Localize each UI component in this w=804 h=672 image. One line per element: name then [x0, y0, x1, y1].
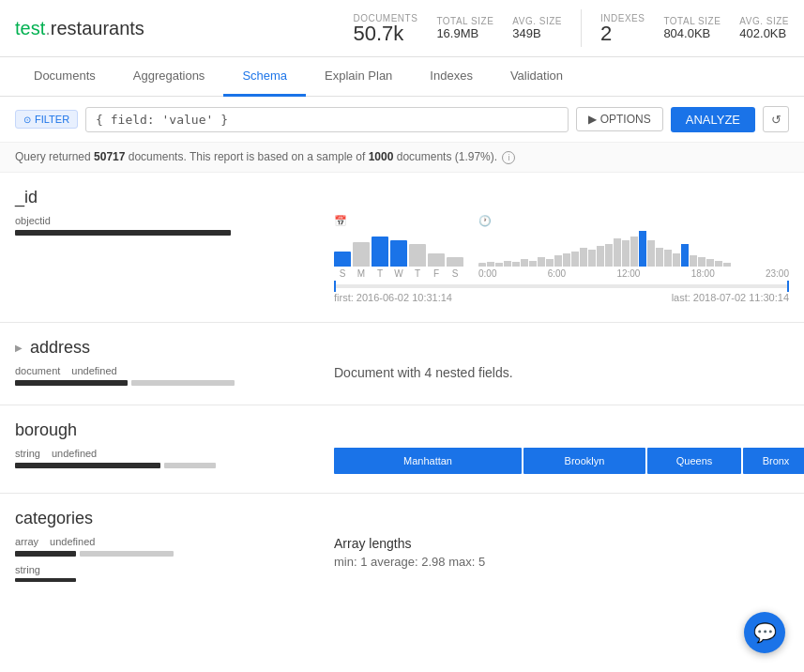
tbar — [614, 238, 621, 267]
tbar — [504, 261, 511, 267]
date-last: last: 2018-07-02 11:30:14 — [672, 292, 789, 303]
tbar — [580, 248, 587, 267]
field-expand-icon[interactable]: ▶ — [15, 343, 30, 353]
refresh-button[interactable]: ↺ — [763, 106, 789, 132]
options-button[interactable]: ▶ OPTIONS — [576, 107, 663, 131]
tbar — [529, 261, 537, 267]
borough-queens[interactable]: Queens — [647, 448, 741, 474]
field-address-left: document undefined — [15, 365, 334, 386]
tab-explain-plan[interactable]: Explain Plan — [306, 57, 411, 97]
borough-brooklyn[interactable]: Brooklyn — [523, 448, 645, 474]
filter-input-wrap[interactable] — [85, 107, 569, 132]
field-address-types: document undefined — [15, 365, 334, 376]
field-id-right: 📅 S — [334, 215, 789, 303]
indexes-total-size-label: TOTAL SIZE — [663, 16, 721, 26]
field-borough-right: Manhattan Brooklyn Queens Bronx — [334, 448, 804, 474]
tbar — [563, 253, 570, 267]
field-borough-type-undef: undefined — [52, 448, 97, 459]
tbar — [723, 263, 731, 267]
time-axis-labels: 0:006:0012:0018:0023:00 — [478, 268, 789, 279]
tbar — [588, 250, 596, 267]
wbar-sa — [447, 257, 463, 267]
tab-schema[interactable]: Schema — [223, 57, 306, 97]
schema-content: _id objectid 📅 — [0, 173, 804, 601]
header-divider — [581, 9, 582, 47]
tbar — [647, 240, 655, 267]
tbar — [622, 240, 630, 267]
tbar-highlight — [681, 244, 689, 267]
tbar — [664, 250, 672, 267]
field-categories-type-array: array — [15, 536, 38, 547]
tab-documents[interactable]: Documents — [15, 57, 114, 97]
options-label: OPTIONS — [600, 113, 651, 126]
tbar — [538, 257, 545, 267]
tbar — [706, 259, 714, 267]
tab-aggregations[interactable]: Aggregations — [114, 57, 224, 97]
refresh-icon: ↺ — [771, 113, 781, 127]
sample-count: 1000 — [369, 150, 394, 163]
wbar-m — [353, 242, 370, 267]
field-borough-section: borough string undefined Manhattan Brook… — [0, 405, 804, 494]
field-categories-header: categories — [15, 509, 789, 528]
filter-badge[interactable]: ⊙ FILTER — [15, 110, 78, 129]
field-categories-left: array undefined string — [15, 536, 334, 582]
date-range-end-marker — [787, 281, 789, 292]
info-icon[interactable]: i — [502, 151, 515, 164]
tbar — [656, 248, 663, 267]
tbar — [690, 255, 697, 267]
wbar-f — [428, 253, 445, 267]
tbar-highlight — [639, 231, 646, 267]
tab-indexes[interactable]: Indexes — [411, 57, 492, 97]
query-count: 50717 — [94, 150, 125, 163]
tbar — [512, 262, 520, 267]
field-address-right: Document with 4 nested fields. — [334, 365, 789, 380]
analyze-button[interactable]: ANALYZE — [671, 107, 755, 132]
tbar — [554, 255, 562, 267]
tbar — [715, 261, 722, 267]
avg-size-stat: AVG. SIZE 349B — [512, 16, 562, 40]
field-categories-name: categories — [15, 509, 93, 528]
field-address-type-doc: document — [15, 365, 60, 376]
date-range-area: first: 2016-06-02 10:31:14 last: 2018-07… — [334, 284, 789, 303]
tbar — [495, 263, 503, 267]
date-range-start-marker — [334, 281, 336, 292]
field-borough-name: borough — [15, 420, 77, 440]
app-title: test.restaurants — [15, 18, 144, 39]
time-histogram: 🕐 — [478, 215, 789, 279]
tab-validation[interactable]: Validation — [492, 57, 582, 97]
query-info-bar: Query returned 50717 documents. This rep… — [0, 143, 804, 173]
tbar — [478, 263, 486, 267]
field-categories-string-bar — [15, 578, 76, 582]
indexes-stat: INDEXES 2 — [600, 13, 645, 44]
indexes-value: 2 — [600, 23, 612, 44]
field-borough-header: borough — [15, 420, 789, 440]
field-borough-bars — [15, 463, 334, 468]
tbar — [673, 253, 680, 267]
header-stats: DOCUMENTS 50.7k TOTAL SIZE 16.9MB AVG. S… — [353, 9, 789, 47]
borough-manhattan[interactable]: Manhattan — [334, 448, 522, 474]
tbar — [698, 257, 705, 267]
borough-bronx[interactable]: Bronx — [743, 448, 804, 474]
date-range-fill — [334, 284, 789, 288]
field-id-bars — [15, 230, 334, 236]
tbar — [597, 246, 604, 267]
field-id-name: _id — [15, 188, 38, 207]
wbar-w — [390, 240, 407, 267]
field-categories-type-undef: undefined — [50, 536, 95, 547]
week-bars — [334, 229, 463, 267]
filter-input[interactable] — [96, 113, 558, 127]
tbar — [487, 262, 494, 267]
filter-badge-label: FILTER — [35, 114, 69, 125]
indexes-total-size-stat: TOTAL SIZE 804.0KB — [663, 16, 721, 40]
tbar — [546, 259, 554, 267]
documents-stat: DOCUMENTS 50.7k — [353, 13, 417, 44]
wbar-t — [372, 237, 388, 267]
indexes-total-size-value: 804.0KB — [663, 26, 710, 40]
date-range-labels: first: 2016-06-02 10:31:14 last: 2018-07… — [334, 292, 789, 303]
indexes-avg-size-stat: AVG. SIZE 402.0KB — [739, 16, 789, 40]
field-categories-row: array undefined string Array lengths min… — [15, 536, 789, 582]
app-header: test.restaurants DOCUMENTS 50.7k TOTAL S… — [0, 0, 804, 57]
avg-size-value: 349B — [512, 26, 540, 40]
field-borough-left: string undefined — [15, 448, 334, 468]
tbar — [571, 252, 579, 267]
